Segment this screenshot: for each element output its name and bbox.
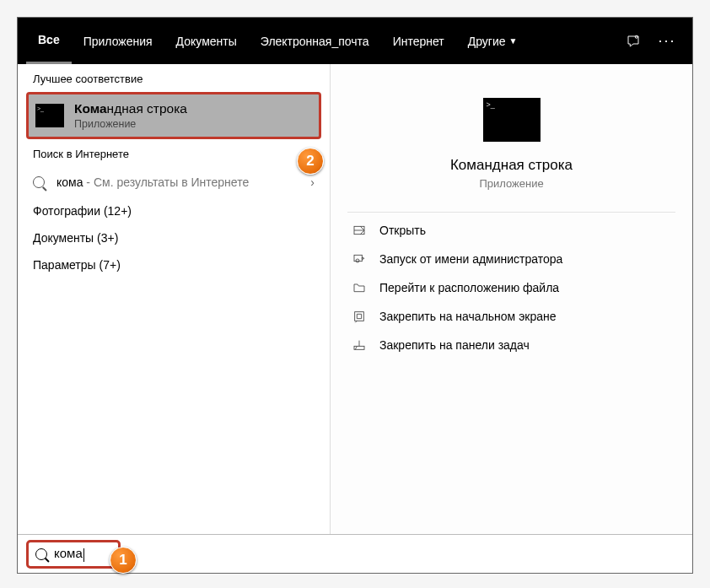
category-parameters[interactable]: Параметры (7+) bbox=[18, 251, 330, 278]
category-photos[interactable]: Фотографии (12+) bbox=[18, 197, 330, 224]
svg-point-3 bbox=[356, 259, 359, 262]
action-run-admin[interactable]: Запуск от имени администратора bbox=[347, 245, 675, 273]
tab-other[interactable]: Другие ▼ bbox=[456, 18, 530, 64]
content-area: Лучшее соответствие Командная строка При… bbox=[18, 64, 692, 534]
start-search-window: Все Приложения Документы Электронная_поч… bbox=[17, 17, 693, 574]
action-pin-taskbar[interactable]: Закрепить на панели задач bbox=[347, 331, 675, 359]
action-open-label: Открыть bbox=[379, 224, 426, 237]
best-match-result[interactable]: Командная строка Приложение bbox=[26, 92, 321, 139]
action-pin-taskbar-label: Закрепить на панели задач bbox=[379, 338, 530, 352]
svg-rect-2 bbox=[354, 255, 362, 261]
web-search-result[interactable]: кома - См. результаты в Интернете › bbox=[18, 167, 330, 197]
tab-email[interactable]: Электронная_почта bbox=[249, 18, 381, 64]
action-run-admin-label: Запуск от имени администратора bbox=[379, 252, 562, 266]
preview-title: Командная строка bbox=[347, 157, 675, 174]
tab-other-label: Другие bbox=[468, 35, 506, 48]
tab-apps[interactable]: Приложения bbox=[72, 18, 164, 64]
best-match-title: Командная строка bbox=[74, 101, 187, 116]
best-match-header: Лучшее соответствие bbox=[18, 64, 330, 92]
command-prompt-icon bbox=[35, 104, 64, 127]
divider bbox=[347, 212, 675, 213]
results-pane: Лучшее соответствие Командная строка При… bbox=[18, 64, 330, 534]
search-input-box[interactable]: кома bbox=[26, 540, 121, 569]
action-pin-start-label: Закрепить на начальном экране bbox=[379, 310, 557, 323]
annotation-callout-1: 1 bbox=[110, 547, 137, 574]
ellipsis-icon: ··· bbox=[658, 32, 675, 50]
pin-start-icon bbox=[352, 310, 366, 323]
pin-taskbar-icon bbox=[352, 338, 366, 352]
preview-pane: Командная строка Приложение Открыть Запу… bbox=[330, 64, 692, 534]
feedback-icon[interactable] bbox=[616, 18, 650, 64]
action-pin-start[interactable]: Закрепить на начальном экране bbox=[347, 302, 675, 331]
action-open[interactable]: Открыть bbox=[347, 216, 675, 245]
open-icon bbox=[352, 224, 366, 237]
shield-icon bbox=[352, 252, 366, 266]
action-goto-file-label: Перейти к расположению файла bbox=[379, 281, 559, 294]
action-goto-file[interactable]: Перейти к расположению файла bbox=[347, 273, 675, 302]
web-search-text: кома - См. результаты в Интернете bbox=[56, 175, 310, 189]
preview-command-prompt-icon bbox=[483, 98, 541, 142]
search-icon bbox=[33, 176, 45, 188]
web-search-header: Поиск в Интернете bbox=[18, 139, 330, 167]
tab-documents[interactable]: Документы bbox=[164, 18, 249, 64]
chevron-down-icon: ▼ bbox=[509, 36, 518, 46]
tab-internet[interactable]: Интернет bbox=[381, 18, 456, 64]
tab-all[interactable]: Все bbox=[26, 18, 72, 64]
svg-point-0 bbox=[635, 35, 637, 38]
svg-rect-4 bbox=[355, 312, 364, 321]
category-documents[interactable]: Документы (3+) bbox=[18, 224, 330, 251]
search-input-value: кома bbox=[54, 546, 84, 561]
more-options-button[interactable]: ··· bbox=[650, 18, 684, 64]
best-match-text: Командная строка Приложение bbox=[74, 101, 187, 130]
search-icon bbox=[35, 548, 47, 560]
filter-tabs-bar: Все Приложения Документы Электронная_поч… bbox=[18, 18, 692, 64]
preview-subtitle: Приложение bbox=[347, 177, 675, 190]
chevron-right-icon: › bbox=[310, 175, 315, 189]
best-match-subtitle: Приложение bbox=[74, 118, 187, 130]
folder-icon bbox=[352, 281, 366, 294]
annotation-callout-2: 2 bbox=[297, 148, 324, 175]
